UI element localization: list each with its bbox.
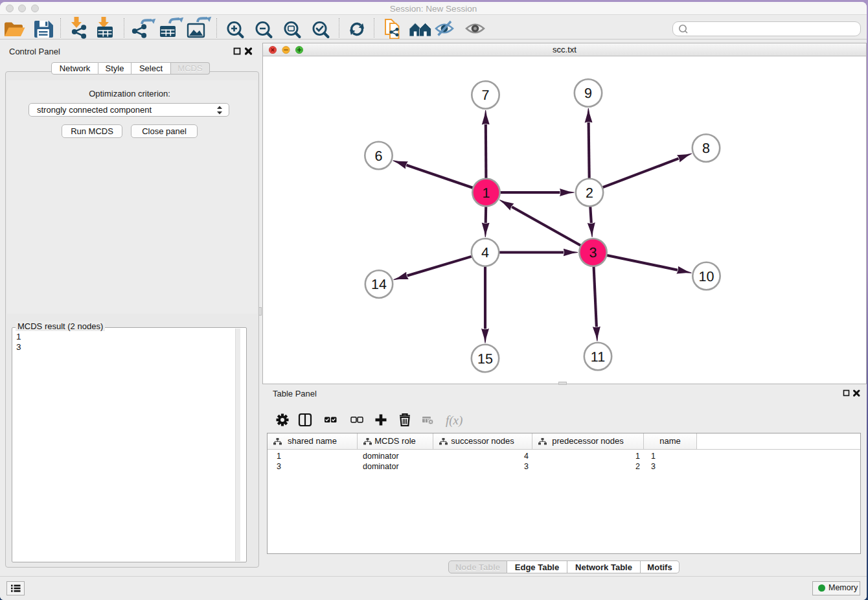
svg-text:14: 14 — [371, 277, 387, 292]
svg-text:1: 1 — [483, 185, 490, 201]
svg-text:7: 7 — [482, 87, 490, 103]
svg-text:15: 15 — [477, 351, 493, 367]
svg-text:f(x): f(x) — [446, 413, 463, 428]
svg-text:2: 2 — [586, 185, 593, 201]
svg-text:9: 9 — [584, 86, 592, 101]
svg-text:4: 4 — [481, 245, 489, 260]
svg-text:8: 8 — [702, 141, 710, 156]
svg-text:11: 11 — [591, 349, 605, 365]
svg-text:10: 10 — [699, 269, 714, 284]
svg-text:6: 6 — [375, 148, 383, 164]
svg-text:3: 3 — [589, 245, 597, 260]
